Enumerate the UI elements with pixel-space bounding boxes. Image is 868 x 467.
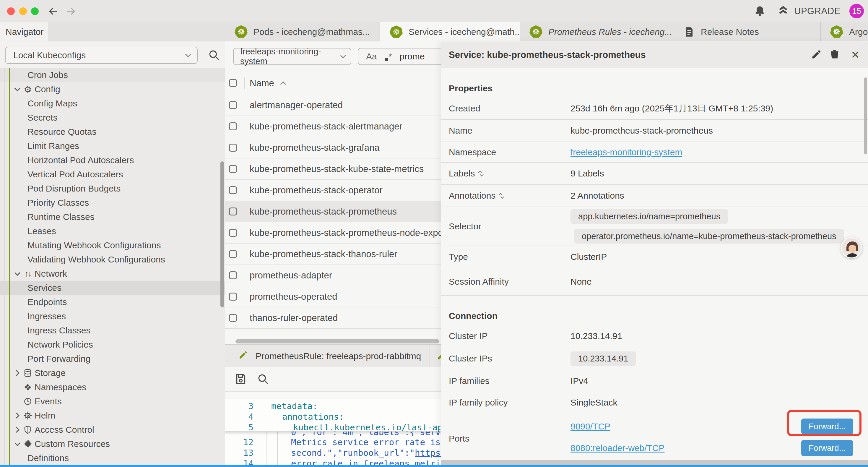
match-case-toggle[interactable]: Aa	[366, 52, 377, 61]
tab-navigator[interactable]: Navigator	[0, 22, 48, 42]
sidebar-item-horizontal-pod-autoscalers[interactable]: Horizontal Pod Autoscalers	[0, 153, 225, 167]
edit-pencil-icon[interactable]	[811, 49, 823, 61]
tab-label: Services - icecheng@math...	[409, 27, 520, 37]
sidebar-item-ingresses[interactable]: Ingresses	[0, 309, 225, 323]
sidebar-item-custom-resources[interactable]: Custom Resources	[0, 437, 225, 451]
kubernetes-icon: ☸	[830, 25, 843, 38]
shield-icon	[23, 425, 33, 434]
delete-trash-icon[interactable]	[829, 49, 841, 61]
expand-collapse-icon[interactable]	[479, 171, 482, 177]
sidebar-item-validating-webhook-configurations[interactable]: Validating Webhook Configurations	[0, 253, 225, 267]
upgrade-button[interactable]: UPGRADE	[777, 4, 840, 18]
sidebar-scrollbar[interactable]	[220, 162, 224, 308]
minimize-window-button[interactable]	[19, 7, 27, 15]
sidebar-item-mutating-webhook-configurations[interactable]: Mutating Webhook Configurations	[0, 238, 225, 253]
property-row-selector: Selectorapp.kubernetes.io/name=prometheu…	[441, 207, 868, 246]
property-row-ip-families: IP familiesIPv4	[441, 370, 868, 392]
sidebar-item-ingress-classes[interactable]: Ingress Classes	[0, 323, 225, 338]
close-icon[interactable]: ✕	[849, 49, 861, 61]
sidebar-item-label: Pod Disruption Budgets	[0, 183, 121, 194]
avatar[interactable]	[841, 237, 862, 258]
forward-button[interactable]: Forward...	[801, 440, 853, 456]
tab-services-icecheng-math[interactable]: ☸Services - icecheng@math...✕	[380, 22, 520, 42]
row-checkbox[interactable]	[229, 314, 237, 322]
property-label: Cluster IPs	[449, 353, 492, 363]
value-chip[interactable]: 10.233.14.91	[570, 351, 636, 366]
sidebar-item-config[interactable]: ⚙Config	[0, 82, 225, 96]
kubeconfig-selector-value: Local Kubeconfigs	[13, 50, 86, 60]
row-checkbox[interactable]	[229, 101, 237, 109]
chevron-right-icon[interactable]	[13, 413, 20, 418]
sidebar-item-access-control[interactable]: Access Control	[0, 423, 225, 437]
row-checkbox[interactable]	[229, 250, 237, 258]
close-window-button[interactable]	[7, 7, 15, 15]
port-link[interactable]: 9090/TCP	[570, 421, 610, 432]
indent-guide	[13, 96, 14, 111]
notification-count-badge[interactable]: 15	[849, 4, 864, 18]
editor-search-icon[interactable]	[256, 372, 270, 385]
sidebar-item-limit-ranges[interactable]: Limit Ranges	[0, 139, 225, 153]
back-arrow-icon[interactable]	[47, 5, 60, 18]
drawer-horizontal-scrollbar[interactable]	[441, 460, 868, 465]
select-all-checkbox[interactable]	[229, 79, 237, 87]
selector-chip[interactable]: app.kubernetes.io/name=prometheus	[570, 209, 728, 224]
sidebar-item-network-policies[interactable]: Network Policies	[0, 338, 225, 352]
chevron-right-icon[interactable]	[13, 428, 20, 432]
sidebar-item-port-forwarding[interactable]: Port Forwarding	[0, 352, 225, 366]
sidebar-item-storage[interactable]: Storage	[0, 366, 225, 380]
table-horizontal-scrollbar[interactable]	[236, 339, 439, 344]
expand-collapse-icon[interactable]	[500, 193, 503, 199]
row-checkbox[interactable]	[229, 144, 237, 152]
row-checkbox[interactable]	[229, 229, 237, 237]
sidebar-item-services[interactable]: Services	[0, 281, 225, 295]
forward-arrow-icon[interactable]	[64, 5, 78, 18]
tab-argo-se[interactable]: ☸Argo Se	[821, 22, 868, 41]
sidebar-item-network[interactable]: ↑↓Network	[0, 267, 225, 281]
sidebar-item-pod-disruption-budgets[interactable]: Pod Disruption Budgets	[0, 181, 225, 196]
sidebar-item-leases[interactable]: Leases	[0, 224, 225, 238]
notifications-bell-icon[interactable]	[753, 5, 766, 18]
sidebar-item-secrets[interactable]: Secrets	[0, 111, 225, 125]
chevron-down-icon	[340, 53, 346, 59]
property-label: Type	[449, 252, 468, 262]
name-column-header[interactable]: Name	[250, 78, 286, 89]
row-checkbox[interactable]	[229, 207, 237, 215]
chevron-down-icon[interactable]	[13, 442, 20, 446]
kubeconfig-selector[interactable]: Local Kubeconfigs	[5, 47, 198, 64]
sidebar-item-endpoints[interactable]: Endpoints	[0, 295, 225, 309]
row-checkbox[interactable]	[229, 165, 237, 173]
chevron-right-icon[interactable]	[13, 371, 20, 375]
sidebar-item-namespaces[interactable]: ❖Namespaces	[0, 380, 225, 394]
sidebar-item-priority-classes[interactable]: Priority Classes	[0, 196, 225, 210]
chevron-down-icon[interactable]	[13, 87, 20, 91]
row-checkbox[interactable]	[229, 122, 237, 130]
drawer-scrollbar[interactable]	[864, 78, 867, 154]
sidebar-item-resource-quotas[interactable]: Resource Quotas	[0, 125, 225, 139]
tab-release-notes[interactable]: Release Notes	[674, 22, 821, 41]
row-checkbox[interactable]	[229, 271, 237, 279]
zoom-window-button[interactable]	[31, 7, 39, 15]
port-link[interactable]: 8080:reloader-web/TCP	[570, 443, 665, 453]
tab-prometheus-rules-icecheng[interactable]: ☸Prometheus Rules - icecheng...	[520, 22, 674, 41]
row-checkbox[interactable]	[229, 293, 237, 300]
sidebar-item-events[interactable]: Events	[0, 394, 225, 408]
sidebar-search-icon[interactable]	[208, 49, 221, 62]
bottom-panel-tab[interactable]: PrometheusRule: freeleaps-prod-rabbitmq	[233, 345, 430, 368]
row-checkbox[interactable]	[229, 186, 237, 194]
sidebar-item-label: Network	[0, 269, 67, 279]
tab-pods-icecheng-mathmas[interactable]: ☸Pods - icecheng@mathmas...	[225, 22, 380, 41]
selector-chip[interactable]: operator.prometheus.io/name=kube-prometh…	[574, 229, 844, 243]
sidebar-item-definitions[interactable]: Definitions	[0, 451, 225, 465]
regex-toggle[interactable]: *	[385, 52, 392, 61]
namespace-selector[interactable]: freeleaps-monitoring-system	[233, 48, 351, 65]
save-icon[interactable]	[234, 372, 248, 386]
sidebar-item-runtime-classes[interactable]: Runtime Classes	[0, 210, 225, 224]
sidebar-item-helm[interactable]: Helm	[0, 408, 225, 423]
sidebar-item-config-maps[interactable]: Config Maps	[0, 96, 225, 111]
service-name: thanos-ruler-operated	[225, 313, 338, 323]
property-value[interactable]: freeleaps-monitoring-system	[570, 147, 682, 157]
sidebar-item-cron-jobs[interactable]: Cron Jobs	[0, 68, 225, 82]
sidebar-item-vertical-pod-autoscalers[interactable]: Vertical Pod Autoscalers	[0, 167, 225, 181]
line-number: 13	[225, 448, 253, 458]
chevron-down-icon[interactable]	[13, 272, 20, 276]
